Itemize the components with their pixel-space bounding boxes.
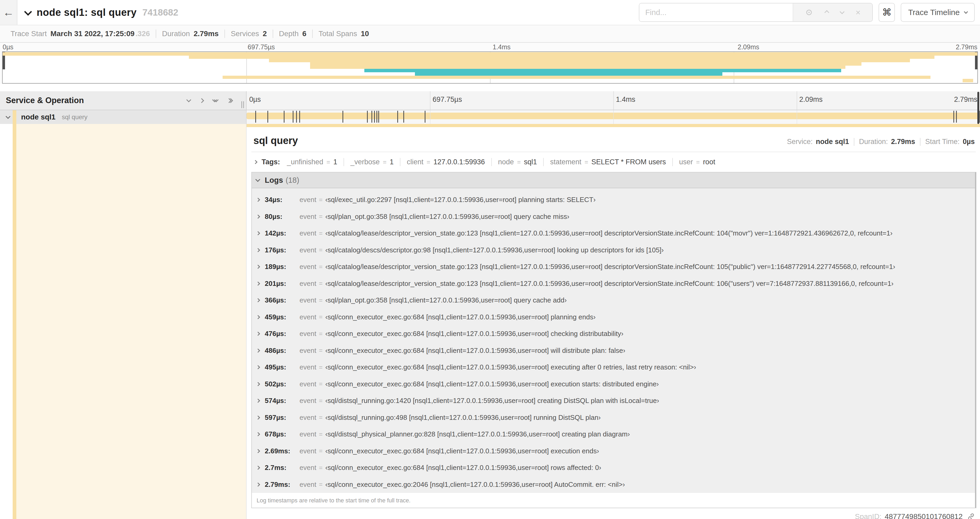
trace-id: 7418682 <box>143 7 178 18</box>
back-button[interactable]: ← <box>0 0 18 25</box>
span-row-name-cell[interactable]: node sql1 sql query <box>0 110 247 124</box>
collapse-trace-chevron-icon[interactable] <box>24 8 32 16</box>
log-row[interactable]: 678µs:event=‹sql/distsql_physical_planne… <box>252 426 975 443</box>
command-icon: ⌘ <box>882 7 891 18</box>
log-row[interactable]: 495µs:event=‹sql/conn_executor_exec.go:6… <box>252 359 975 376</box>
tag-key: node <box>498 158 514 166</box>
find-next-icon[interactable] <box>840 9 844 14</box>
log-row[interactable]: 142µs:event=‹sql/catalog/lease/descripto… <box>252 225 975 242</box>
equals-sign: = <box>319 330 323 338</box>
log-message: ‹sql/conn_executor_exec.go:684 [nsql1,cl… <box>325 347 625 355</box>
log-event-tick <box>374 111 375 123</box>
log-timestamp: 476µs: <box>265 330 299 338</box>
minimap-span-bar <box>415 72 722 76</box>
services-value: 2 <box>262 30 267 38</box>
log-row[interactable]: 2.69ms:event=‹sql/conn_executor_exec.go:… <box>252 443 975 460</box>
log-expand-chevron-icon <box>256 399 260 403</box>
locate-icon[interactable] <box>805 8 813 16</box>
log-message: ‹sql/exec_util.go:2297 [nsql1,client=127… <box>325 196 596 204</box>
equals-sign: = <box>585 158 588 166</box>
collapse-all-icon[interactable] <box>213 99 218 102</box>
tag-value: 1 <box>333 158 337 166</box>
tag-value: 1 <box>390 158 394 166</box>
find-clear-icon[interactable]: × <box>856 8 861 17</box>
view-selector-label: Trace Timeline <box>908 8 960 17</box>
log-timestamp: 495µs: <box>265 363 299 371</box>
find-input[interactable] <box>640 3 793 21</box>
equals-sign: = <box>319 380 323 388</box>
depth-label: Depth <box>279 30 299 38</box>
expand-one-icon[interactable] <box>199 98 204 103</box>
tag-key: _unfinished <box>287 158 323 166</box>
total-spans-meta: Total Spans 10 <box>313 30 375 38</box>
minimap-span-bar <box>3 52 977 56</box>
log-field-name: event <box>299 464 317 472</box>
log-row[interactable]: 201µs:event=‹sql/catalog/lease/descripto… <box>252 275 975 292</box>
log-field-name: event <box>299 414 317 422</box>
keyboard-shortcuts-button[interactable]: ⌘ <box>878 3 895 22</box>
expand-all-icon[interactable] <box>228 99 232 102</box>
log-row[interactable]: 597µs:event=‹sql/distsql_running.go:498 … <box>252 409 975 426</box>
span-id-label: SpanID: <box>855 513 881 519</box>
log-message: ‹sql/distsql_physical_planner.go:828 [ns… <box>325 430 630 438</box>
log-row[interactable]: 459µs:event=‹sql/conn_executor_exec.go:6… <box>252 309 975 326</box>
collapse-one-icon[interactable] <box>186 97 191 102</box>
log-row[interactable]: 176µs:event=‹sql/catalog/descs/descripto… <box>252 242 975 259</box>
log-row[interactable]: 574µs:event=‹sql/distsql_running.go:1420… <box>252 393 975 409</box>
detail-left-gutter <box>0 124 247 519</box>
logs-header[interactable]: Logs (18) <box>252 172 975 188</box>
minimap-canvas[interactable] <box>2 51 978 84</box>
log-row[interactable]: 2.79ms:event=‹sql/conn_executor_exec.go:… <box>252 476 975 493</box>
depth-value: 6 <box>302 30 307 38</box>
log-expand-chevron-icon <box>256 332 260 336</box>
detail-row-background <box>16 124 246 519</box>
log-timestamp: 2.79ms: <box>265 481 299 489</box>
tag-item: client=127.0.0.1:59936 <box>400 158 491 166</box>
equals-sign: = <box>319 213 323 220</box>
trace-start-value: March 31 2022, 17:25:09 <box>50 30 134 38</box>
log-timestamp: 486µs: <box>265 347 299 355</box>
log-expand-chevron-icon <box>256 248 260 252</box>
copy-link-icon[interactable] <box>967 513 975 519</box>
detail-span-bar-strip <box>247 124 980 127</box>
equals-sign: = <box>319 263 323 271</box>
equals-sign: = <box>326 158 330 166</box>
log-expand-chevron-icon <box>256 315 260 319</box>
tags-row[interactable]: Tags: _unfinished=1_verbose=1client=127.… <box>251 152 976 171</box>
detail-duration-value: 2.79ms <box>891 138 915 146</box>
find-prev-icon[interactable] <box>824 10 829 15</box>
log-row[interactable]: 2.7ms:event=‹sql/conn_executor_exec.go:6… <box>252 459 975 476</box>
column-resizer-handle[interactable] <box>241 101 244 108</box>
tag-item: user=root <box>672 158 722 166</box>
log-message: ‹sql/conn_executor_exec.go:684 [nsql1,cl… <box>325 330 624 338</box>
equals-sign: = <box>319 397 323 404</box>
span-row-timeline-cell <box>247 110 980 124</box>
log-row[interactable]: 189µs:event=‹sql/catalog/lease/descripto… <box>252 259 975 275</box>
equals-sign: = <box>319 246 323 254</box>
logs-title: Logs <box>265 176 283 185</box>
view-selector-button[interactable]: Trace Timeline <box>901 3 975 22</box>
log-row[interactable]: 80µs:event=‹sql/plan_opt.go:358 [nsql1,c… <box>252 208 975 225</box>
detail-service-label: Service: <box>787 138 813 146</box>
depth-meta: Depth 6 <box>273 30 312 38</box>
trace-start-meta: Trace Start March 31 2022, 17:25:09 .326 <box>5 30 156 38</box>
log-message: ‹sql/catalog/lease/descriptor_version_st… <box>325 263 895 271</box>
tag-key: user <box>679 158 693 166</box>
duration-value: 2.79ms <box>194 30 219 38</box>
span-row: node sql1 sql query <box>0 110 980 124</box>
log-timestamp: 2.69ms: <box>265 447 299 455</box>
log-row[interactable]: 486µs:event=‹sql/conn_executor_exec.go:6… <box>252 342 975 359</box>
log-row[interactable]: 34µs:event=‹sql/exec_util.go:2297 [nsql1… <box>252 192 975 208</box>
log-message: ‹sql/conn_executor_exec.go:684 [nsql1,cl… <box>325 380 659 388</box>
log-row[interactable]: 502µs:event=‹sql/conn_executor_exec.go:6… <box>252 376 975 393</box>
log-row[interactable]: 476µs:event=‹sql/conn_executor_exec.go:6… <box>252 326 975 342</box>
log-field-name: event <box>299 212 317 221</box>
ruler-tick-label: 697.75µs <box>248 43 275 51</box>
minimap-span-bar <box>189 56 934 59</box>
ruler-tick-label: 2.79ms <box>956 43 977 51</box>
log-row[interactable]: 366µs:event=‹sql/plan_opt.go:358 [nsql1,… <box>252 292 975 309</box>
equals-sign: = <box>426 158 430 166</box>
services-label: Services <box>231 30 259 38</box>
log-expand-chevron-icon <box>256 231 260 235</box>
span-collapse-chevron-icon[interactable] <box>6 114 10 119</box>
